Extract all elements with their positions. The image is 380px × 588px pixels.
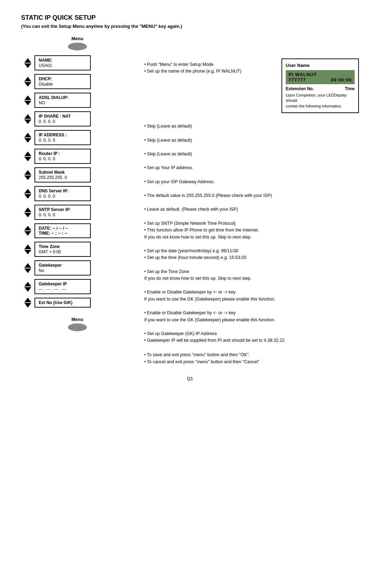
arrows-adsl[interactable] (21, 95, 34, 105)
box-gatekeeper-ip: Gatekeeper IP --- . --- . --- . --- (34, 279, 91, 294)
menu-top-oval (68, 43, 87, 50)
arrow-down-adsl[interactable] (24, 101, 31, 105)
arrows-subnet-mask[interactable] (21, 170, 34, 180)
instruction-sntp-server-ip: • Set up SNTP (Simple Network Time Proto… (144, 217, 359, 241)
led-line1: PI WALNUT (289, 72, 352, 77)
page-subtitle: (You can exit the Setup Menu anytime by … (21, 24, 359, 29)
box-router-ip: Router IP : 0. 0. 0. 0 (34, 149, 91, 164)
row-ext-no: Ext No (Use G/K) (21, 298, 134, 308)
instruction-ext-no: • Set up Gatekeeper (GK) IP Address • Ga… (144, 328, 359, 344)
instruction-router-ip: • Set up your ISP Gateway Address. (144, 176, 359, 185)
arrow-up-router-ip[interactable] (24, 151, 31, 156)
box-adsl-value: NO (39, 100, 87, 105)
led-line2: 777777 09:00:00 (289, 77, 352, 82)
row-subnet-mask: Subnet Mask 255.255.255. 0 (21, 167, 134, 182)
row-router-ip: Router IP : 0. 0. 0. 0 (21, 149, 134, 164)
box-dhcp: DHCP: Disable (34, 74, 91, 89)
arrow-down-time-zone[interactable] (24, 250, 31, 254)
arrows-dhcp[interactable] (21, 77, 34, 87)
arrow-down-sntp-server-ip[interactable] (24, 213, 31, 217)
box-ext-no: Ext No (Use G/K) (34, 298, 91, 308)
arrow-up-sntp-server-ip[interactable] (24, 208, 31, 212)
arrow-down-name[interactable] (24, 63, 31, 68)
arrow-down-router-ip[interactable] (24, 157, 31, 161)
arrow-up-time-zone[interactable] (24, 245, 31, 249)
box-date-time: DATE: -- / -- / -- TIME: -- : -- : -- (34, 223, 91, 238)
instruction-name: • Push "Menu" to enter Setup Mode • Set … (144, 58, 281, 117)
arrows-dns-server-ip[interactable] (21, 189, 34, 199)
arrows-ip-address[interactable] (21, 133, 34, 143)
box-dns-server-ip-value: 0. 0. 0. 0 (39, 194, 87, 199)
arrows-time-zone[interactable] (21, 245, 34, 254)
row-gatekeeper: Gatekeeper No (21, 260, 134, 276)
box-adsl: ADSL DIALUP: NO (34, 93, 91, 108)
arrow-down-subnet-mask[interactable] (24, 175, 31, 180)
box-time-zone-label: Time Zone (39, 244, 87, 249)
arrow-up-subnet-mask[interactable] (24, 170, 31, 175)
arrow-up-date-time[interactable] (24, 226, 31, 230)
instruction-date-time: • Set up the date (year/month/day) e.g. … (144, 245, 359, 261)
instruction-time-zone: • Set up the Time Zone If you do not kno… (144, 266, 359, 282)
bottom-note-line2: • To cancel and exit press "menu" button… (144, 358, 359, 365)
arrow-down-ip-address[interactable] (24, 138, 31, 143)
box-sntp-server-ip-label: SNTP Server IP: (39, 207, 87, 212)
arrows-router-ip[interactable] (21, 151, 34, 161)
arrow-down-dhcp[interactable] (24, 82, 31, 87)
box-adsl-label: ADSL DIALUP: (39, 95, 87, 100)
led-extension: 777777 (289, 77, 306, 82)
menu-bottom-oval (68, 323, 87, 331)
arrow-up-dhcp[interactable] (24, 77, 31, 81)
box-time-zone-value: GMT + 0:00 (39, 249, 87, 254)
arrow-up-gatekeeper-ip[interactable] (24, 282, 31, 286)
arrows-gatekeeper-ip[interactable] (21, 282, 34, 292)
instruction-ip-address: • Set up Your IP address. (144, 162, 359, 171)
instruction-gatekeeper: • Enable or Disable Gatekeeper by <- or … (144, 286, 359, 303)
box-router-ip-value: 0. 0. 0. 0 (39, 156, 87, 161)
row-date-time: DATE: -- / -- / -- TIME: -- : -- : -- (21, 223, 134, 238)
box-dns-server-ip-label: DNS Server IP: (39, 188, 87, 193)
arrows-sntp-server-ip[interactable] (21, 208, 34, 217)
box-ip-share-nat-label: IP SHARE : NAT (39, 114, 87, 119)
bottom-notes: • To save and exit press "menu" button a… (144, 351, 359, 365)
arrow-down-gatekeeper-ip[interactable] (24, 287, 31, 292)
instruction-subnet-mask: • The default value is 255.255.255.0 (Pl… (144, 190, 359, 199)
box-dhcp-value: Disable (39, 82, 87, 87)
arrows-ext-no[interactable] (21, 298, 34, 308)
page-title: STATIC IP QUICK SETUP (21, 14, 359, 21)
arrow-up-dns-server-ip[interactable] (24, 189, 31, 193)
arrow-up-ip-share-nat[interactable] (24, 114, 31, 119)
led-footer: Extension No. Time (286, 86, 355, 91)
page-footer: Q1 (21, 376, 359, 381)
arrow-down-ext-no[interactable] (24, 303, 31, 308)
box-subnet-mask-label: Subnet Mask (39, 170, 87, 175)
box-name: NAME: USA01 (34, 55, 91, 70)
box-ext-no-label: Ext No (Use G/K) (39, 300, 87, 305)
box-router-ip-label: Router IP : (39, 151, 87, 156)
arrow-up-gatekeeper[interactable] (24, 263, 31, 268)
arrows-name[interactable] (21, 58, 34, 68)
arrows-gatekeeper[interactable] (21, 263, 34, 273)
arrow-up-ext-no[interactable] (24, 298, 31, 302)
right-column: • Push "Menu" to enter Setup Mode • Set … (134, 36, 359, 365)
row-gatekeeper-ip: Gatekeeper IP --- . --- . --- . --- (21, 279, 134, 294)
instruction-dhcp: • Skip (Leave as default) (144, 120, 359, 130)
arrow-up-name[interactable] (24, 58, 31, 63)
box-subnet-mask-value: 255.255.255. 0 (39, 175, 87, 180)
led-time: 09:00:00 (331, 77, 352, 82)
arrow-up-adsl[interactable] (24, 95, 31, 100)
box-dhcp-label: DHCP: (39, 76, 87, 81)
instruction-gatekeeper-ip: • Enable or Disable Gatekeeper by <- or … (144, 307, 359, 323)
arrows-date-time[interactable] (21, 226, 34, 236)
arrow-down-dns-server-ip[interactable] (24, 194, 31, 199)
instruction-adsl: • Skip (Leave as default) (144, 134, 359, 144)
arrow-down-gatekeeper[interactable] (24, 268, 31, 273)
arrow-up-ip-address[interactable] (24, 133, 31, 137)
arrow-down-date-time[interactable] (24, 231, 31, 236)
box-sntp-server-ip-value: 0. 0. 0. 0 (39, 212, 87, 217)
arrows-ip-share-nat[interactable] (21, 114, 34, 124)
arrow-down-ip-share-nat[interactable] (24, 119, 31, 124)
box-gatekeeper-ip-label: Gatekeeper IP (39, 281, 87, 286)
row-sntp-server-ip: SNTP Server IP: 0. 0. 0. 0 (21, 205, 134, 220)
box-gatekeeper-ip-value: --- . --- . --- . --- (39, 287, 87, 292)
led-extension-label: Extension No. (286, 86, 314, 91)
